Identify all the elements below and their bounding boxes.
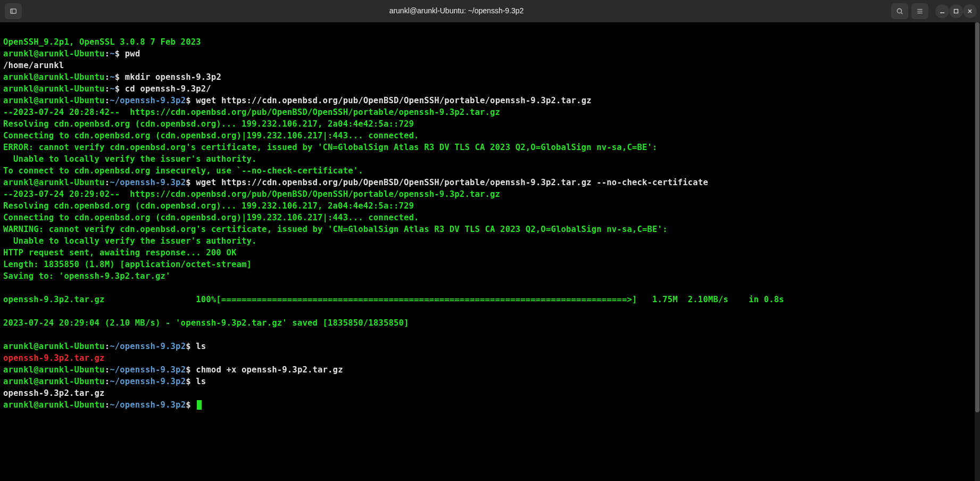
output-line: --2023-07-24 20:29:02-- https://cdn.open… <box>3 189 500 199</box>
output-line: 2023-07-24 20:29:04 (2.10 MB/s) - 'opens… <box>3 318 409 328</box>
scrollbar-thumb[interactable] <box>975 22 979 412</box>
svg-rect-0 <box>11 9 16 13</box>
output-line: Connecting to cdn.openbsd.org (cdn.openb… <box>3 213 419 222</box>
command-text: cd openssh-9.3p2/ <box>120 84 211 94</box>
output-line: Length: 1835850 (1.8M) [application/octe… <box>3 260 252 269</box>
titlebar: arunkl@arunkl-Ubuntu: ~/openssh-9.3p2 <box>0 0 980 22</box>
minimize-button[interactable] <box>935 4 949 18</box>
scrollbar-track[interactable] <box>975 22 980 481</box>
command-text: pwd <box>120 49 140 59</box>
output-line: OpenSSH_9.2p1, OpenSSL 3.0.8 7 Feb 2023 <box>3 37 201 47</box>
command-text: wget https://cdn.openbsd.org/pub/OpenBSD… <box>191 96 592 105</box>
output-line: HTTP request sent, awaiting response... … <box>3 248 236 258</box>
maximize-button[interactable] <box>949 4 963 18</box>
file-listing: openssh-9.3p2.tar.gz <box>3 388 105 398</box>
svg-point-1 <box>897 9 901 13</box>
command-text: ls <box>191 342 206 351</box>
output-line <box>3 283 9 293</box>
output-line: Connecting to cdn.openbsd.org (cdn.openb… <box>3 131 419 140</box>
terminal-body[interactable]: OpenSSH_9.2p1, OpenSSL 3.0.8 7 Feb 2023 … <box>0 22 980 413</box>
output-line: Saving to: 'openssh-9.3p2.tar.gz' <box>3 271 171 281</box>
output-line <box>3 306 9 316</box>
output-line: /home/arunkl <box>3 61 64 70</box>
output-line: --2023-07-24 20:28:42-- https://cdn.open… <box>3 107 500 117</box>
new-tab-button[interactable] <box>5 3 22 19</box>
output-line: To connect to cdn.openbsd.org insecurely… <box>3 166 363 176</box>
svg-rect-2 <box>954 10 958 13</box>
window-title: arunkl@arunkl-Ubuntu: ~/openssh-9.3p2 <box>389 6 524 16</box>
output-line <box>3 330 9 339</box>
output-line: Resolving cdn.openbsd.org (cdn.openbsd.o… <box>3 119 414 129</box>
prompt-user: arunkl@arunkl-Ubuntu <box>3 49 105 59</box>
output-line: ERROR: cannot verify cdn.openbsd.org's c… <box>3 143 658 152</box>
search-button[interactable] <box>891 3 908 19</box>
output-line: Unable to locally verify the issuer's au… <box>3 236 257 246</box>
command-text: wget https://cdn.openbsd.org/pub/OpenBSD… <box>191 178 708 187</box>
command-text: chmod +x openssh-9.3p2.tar.gz <box>191 365 343 375</box>
prompt-path: ~ <box>110 49 115 59</box>
close-button[interactable] <box>963 4 977 18</box>
output-line: Unable to locally verify the issuer's au… <box>3 154 257 164</box>
cursor-block <box>197 400 202 410</box>
menu-button[interactable] <box>911 3 928 19</box>
command-text: ls <box>191 377 206 386</box>
command-text: mkdir openssh-9.3p2 <box>120 72 221 82</box>
file-listing-red: openssh-9.3p2.tar.gz <box>3 353 105 363</box>
progress-line: openssh-9.3p2.tar.gz 100%[==============… <box>3 295 784 304</box>
output-line: WARNING: cannot verify cdn.openbsd.org's… <box>3 225 668 234</box>
output-line: Resolving cdn.openbsd.org (cdn.openbsd.o… <box>3 201 414 211</box>
